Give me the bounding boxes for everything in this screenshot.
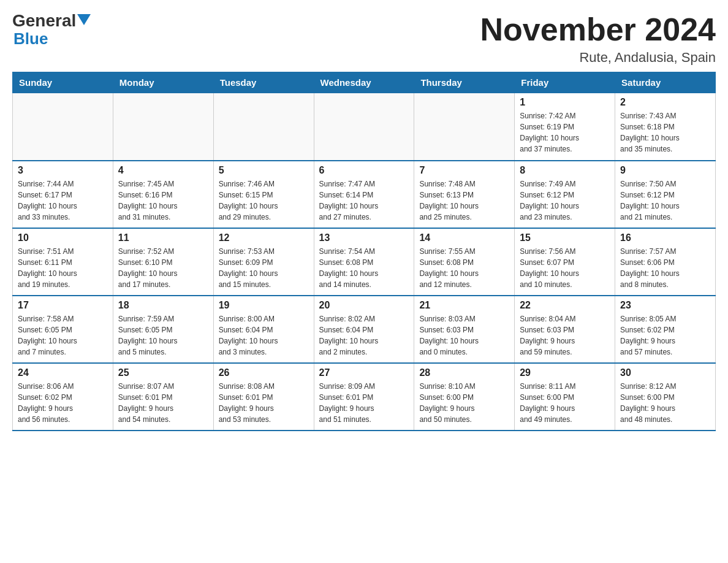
day-info: Sunrise: 7:45 AM Sunset: 6:16 PM Dayligh…: [118, 178, 208, 223]
weekday-header-friday: Friday: [515, 72, 615, 93]
calendar-cell: 26Sunrise: 8:08 AM Sunset: 6:01 PM Dayli…: [213, 363, 314, 431]
day-number: 17: [18, 300, 108, 311]
calendar-cell: 22Sunrise: 8:04 AM Sunset: 6:03 PM Dayli…: [515, 296, 615, 363]
day-info: Sunrise: 7:48 AM Sunset: 6:13 PM Dayligh…: [419, 178, 509, 223]
calendar-cell: 8Sunrise: 7:49 AM Sunset: 6:12 PM Daylig…: [515, 161, 615, 228]
day-number: 21: [419, 300, 509, 311]
day-info: Sunrise: 7:46 AM Sunset: 6:15 PM Dayligh…: [219, 178, 309, 223]
day-info: Sunrise: 7:49 AM Sunset: 6:12 PM Dayligh…: [520, 178, 610, 223]
calendar-cell: 27Sunrise: 8:09 AM Sunset: 6:01 PM Dayli…: [314, 363, 414, 431]
day-info: Sunrise: 8:12 AM Sunset: 6:00 PM Dayligh…: [620, 381, 710, 425]
day-number: 26: [219, 367, 309, 378]
day-info: Sunrise: 8:08 AM Sunset: 6:01 PM Dayligh…: [219, 381, 309, 425]
calendar-cell: 25Sunrise: 8:07 AM Sunset: 6:01 PM Dayli…: [113, 363, 213, 431]
calendar-cell: 4Sunrise: 7:45 AM Sunset: 6:16 PM Daylig…: [113, 161, 213, 228]
day-number: 20: [319, 300, 409, 311]
calendar-cell: 13Sunrise: 7:54 AM Sunset: 6:08 PM Dayli…: [314, 228, 414, 296]
day-number: 12: [219, 232, 309, 243]
day-info: Sunrise: 8:10 AM Sunset: 6:00 PM Dayligh…: [419, 381, 509, 425]
weekday-header-wednesday: Wednesday: [314, 72, 414, 93]
calendar-cell: [213, 93, 314, 161]
day-info: Sunrise: 8:02 AM Sunset: 6:04 PM Dayligh…: [319, 313, 409, 358]
day-info: Sunrise: 8:05 AM Sunset: 6:02 PM Dayligh…: [620, 313, 710, 358]
logo-blue: Blue: [13, 31, 48, 47]
calendar-cell: 24Sunrise: 8:06 AM Sunset: 6:02 PM Dayli…: [13, 363, 113, 431]
day-info: Sunrise: 7:53 AM Sunset: 6:09 PM Dayligh…: [219, 246, 309, 290]
calendar-cell: 29Sunrise: 8:11 AM Sunset: 6:00 PM Dayli…: [515, 363, 615, 431]
day-info: Sunrise: 7:44 AM Sunset: 6:17 PM Dayligh…: [18, 178, 108, 223]
day-number: 1: [520, 97, 610, 108]
calendar-cell: 17Sunrise: 7:58 AM Sunset: 6:05 PM Dayli…: [13, 296, 113, 363]
logo-triangle-icon: [77, 14, 91, 25]
weekday-header-thursday: Thursday: [414, 72, 515, 93]
calendar-cell: 9Sunrise: 7:50 AM Sunset: 6:12 PM Daylig…: [615, 161, 716, 228]
calendar-cell: 14Sunrise: 7:55 AM Sunset: 6:08 PM Dayli…: [414, 228, 515, 296]
page-header: General Blue November 2024 Rute, Andalus…: [12, 12, 716, 66]
subtitle: Rute, Andalusia, Spain: [480, 50, 716, 66]
day-number: 24: [18, 367, 108, 378]
day-number: 10: [18, 232, 108, 243]
day-number: 6: [319, 165, 409, 176]
calendar-cell: 20Sunrise: 8:02 AM Sunset: 6:04 PM Dayli…: [314, 296, 414, 363]
day-info: Sunrise: 7:54 AM Sunset: 6:08 PM Dayligh…: [319, 246, 409, 290]
day-number: 18: [118, 300, 208, 311]
calendar-week-row: 10Sunrise: 7:51 AM Sunset: 6:11 PM Dayli…: [13, 228, 716, 296]
title-block: November 2024 Rute, Andalusia, Spain: [480, 12, 716, 66]
day-info: Sunrise: 7:43 AM Sunset: 6:18 PM Dayligh…: [620, 110, 710, 155]
weekday-header-row: SundayMondayTuesdayWednesdayThursdayFrid…: [13, 72, 716, 93]
calendar-table: SundayMondayTuesdayWednesdayThursdayFrid…: [12, 72, 716, 431]
day-number: 15: [520, 232, 610, 243]
day-info: Sunrise: 8:06 AM Sunset: 6:02 PM Dayligh…: [18, 381, 108, 425]
svg-marker-0: [77, 14, 91, 25]
day-number: 19: [219, 300, 309, 311]
calendar-cell: 3Sunrise: 7:44 AM Sunset: 6:17 PM Daylig…: [13, 161, 113, 228]
day-number: 3: [18, 165, 108, 176]
calendar-cell: 7Sunrise: 7:48 AM Sunset: 6:13 PM Daylig…: [414, 161, 515, 228]
calendar-cell: 30Sunrise: 8:12 AM Sunset: 6:00 PM Dayli…: [615, 363, 716, 431]
calendar-week-row: 3Sunrise: 7:44 AM Sunset: 6:17 PM Daylig…: [13, 161, 716, 228]
day-info: Sunrise: 7:47 AM Sunset: 6:14 PM Dayligh…: [319, 178, 409, 223]
day-info: Sunrise: 7:59 AM Sunset: 6:05 PM Dayligh…: [118, 313, 208, 358]
day-number: 27: [319, 367, 409, 378]
day-number: 4: [118, 165, 208, 176]
logo: General Blue: [12, 12, 91, 47]
calendar-cell: 23Sunrise: 8:05 AM Sunset: 6:02 PM Dayli…: [615, 296, 716, 363]
calendar-cell: 5Sunrise: 7:46 AM Sunset: 6:15 PM Daylig…: [213, 161, 314, 228]
calendar-cell: 18Sunrise: 7:59 AM Sunset: 6:05 PM Dayli…: [113, 296, 213, 363]
day-number: 7: [419, 165, 509, 176]
logo-general: General: [12, 12, 76, 29]
weekday-header-sunday: Sunday: [13, 72, 113, 93]
day-info: Sunrise: 7:50 AM Sunset: 6:12 PM Dayligh…: [620, 178, 710, 223]
calendar-cell: 16Sunrise: 7:57 AM Sunset: 6:06 PM Dayli…: [615, 228, 716, 296]
day-number: 25: [118, 367, 208, 378]
day-info: Sunrise: 8:09 AM Sunset: 6:01 PM Dayligh…: [319, 381, 409, 425]
calendar-cell: 11Sunrise: 7:52 AM Sunset: 6:10 PM Dayli…: [113, 228, 213, 296]
day-info: Sunrise: 8:00 AM Sunset: 6:04 PM Dayligh…: [219, 313, 309, 358]
day-info: Sunrise: 8:04 AM Sunset: 6:03 PM Dayligh…: [520, 313, 610, 358]
day-number: 13: [319, 232, 409, 243]
day-info: Sunrise: 7:58 AM Sunset: 6:05 PM Dayligh…: [18, 313, 108, 358]
day-info: Sunrise: 8:11 AM Sunset: 6:00 PM Dayligh…: [520, 381, 610, 425]
day-info: Sunrise: 7:56 AM Sunset: 6:07 PM Dayligh…: [520, 246, 610, 290]
main-title: November 2024: [480, 12, 716, 47]
day-number: 23: [620, 300, 710, 311]
calendar-cell: 6Sunrise: 7:47 AM Sunset: 6:14 PM Daylig…: [314, 161, 414, 228]
weekday-header-saturday: Saturday: [615, 72, 716, 93]
weekday-header-tuesday: Tuesday: [213, 72, 314, 93]
day-number: 5: [219, 165, 309, 176]
day-number: 22: [520, 300, 610, 311]
calendar-cell: 10Sunrise: 7:51 AM Sunset: 6:11 PM Dayli…: [13, 228, 113, 296]
day-number: 9: [620, 165, 710, 176]
calendar-cell: 21Sunrise: 8:03 AM Sunset: 6:03 PM Dayli…: [414, 296, 515, 363]
calendar-cell: 12Sunrise: 7:53 AM Sunset: 6:09 PM Dayli…: [213, 228, 314, 296]
day-info: Sunrise: 8:07 AM Sunset: 6:01 PM Dayligh…: [118, 381, 208, 425]
day-number: 2: [620, 97, 710, 108]
day-number: 8: [520, 165, 610, 176]
day-number: 14: [419, 232, 509, 243]
day-info: Sunrise: 7:51 AM Sunset: 6:11 PM Dayligh…: [18, 246, 108, 290]
day-info: Sunrise: 7:55 AM Sunset: 6:08 PM Dayligh…: [419, 246, 509, 290]
calendar-cell: 28Sunrise: 8:10 AM Sunset: 6:00 PM Dayli…: [414, 363, 515, 431]
calendar-cell: 15Sunrise: 7:56 AM Sunset: 6:07 PM Dayli…: [515, 228, 615, 296]
calendar-cell: [414, 93, 515, 161]
calendar-cell: 1Sunrise: 7:42 AM Sunset: 6:19 PM Daylig…: [515, 93, 615, 161]
